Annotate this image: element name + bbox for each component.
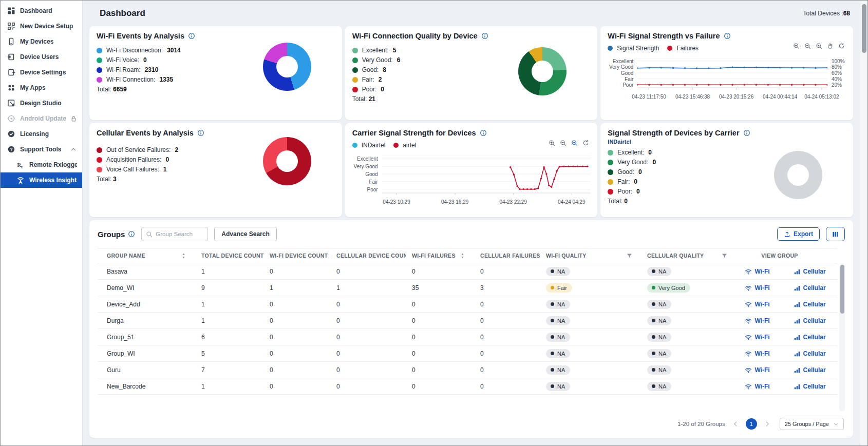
view-wifi-link[interactable]: Wi-Fi: [745, 284, 769, 292]
column-settings-button[interactable]: [826, 227, 845, 241]
table-row-durga: Durga10000NANAWi-FiCellular: [98, 313, 838, 329]
group-name: Group_WI: [98, 350, 195, 357]
view-wifi-link[interactable]: Wi-Fi: [745, 334, 769, 341]
chart-toolbar: [549, 140, 589, 146]
sidebar-item-device-settings[interactable]: Device Settings: [1, 65, 82, 80]
link-label: Wi-Fi: [754, 317, 769, 324]
card-title-text: Wi-Fi Signal Strength vs Failure: [608, 32, 720, 40]
view-wifi-link[interactable]: Wi-Fi: [745, 383, 769, 390]
legend-item: Fair: 2: [352, 76, 401, 83]
sidebar-item-wireless-insights[interactable]: Wireless Insights: [1, 172, 82, 188]
sidebar-item-my-apps[interactable]: My Apps: [1, 80, 82, 95]
info-icon[interactable]: [743, 129, 750, 137]
view-wifi-link[interactable]: Wi-Fi: [745, 317, 769, 324]
view-cellular-link[interactable]: Cellular: [794, 317, 826, 324]
card-title-text: Wi-Fi Events by Analysis: [97, 32, 184, 40]
sidebar-item-remote-rxlogger[interactable]: RxRemote Rxlogger: [1, 157, 82, 172]
view-cellular-link[interactable]: Cellular: [794, 268, 826, 275]
quality-text: Very Good: [658, 285, 685, 291]
info-icon[interactable]: [128, 230, 135, 238]
view-cellular-link[interactable]: Cellular: [794, 284, 826, 292]
cellular-failures: 0: [474, 317, 540, 324]
group-search-input[interactable]: [156, 231, 203, 237]
sidebar-item-label: Dashboard: [20, 7, 52, 14]
advance-search-button[interactable]: Advance Search: [214, 227, 276, 241]
page-number-button[interactable]: 1: [746, 418, 757, 430]
chart-legend: Excellent: 0Very Good: 0Good: 0Fair: 0Po…: [608, 149, 656, 195]
zoom-in-icon[interactable]: [793, 43, 800, 49]
wifi-quality-cell: NA: [540, 349, 641, 358]
view-cellular-link[interactable]: Cellular: [794, 366, 826, 374]
info-icon[interactable]: [724, 32, 731, 40]
sidebar-item-android-updates[interactable]: Android Updates: [1, 111, 82, 126]
bars-icon: [794, 317, 801, 324]
y-axis-label: Very Good: [353, 164, 378, 169]
cellular-device-count: 1: [330, 284, 406, 292]
view-cellular-link[interactable]: Cellular: [794, 301, 826, 308]
sort-icon[interactable]: [180, 253, 187, 259]
sidebar-item-new-device-setup[interactable]: New Device Setup: [1, 18, 82, 34]
zoom-select-icon[interactable]: [571, 140, 578, 146]
info-icon[interactable]: [197, 129, 204, 137]
group-name: Group_51: [98, 334, 195, 341]
page-scrollbar-thumb[interactable]: [862, 4, 866, 53]
table-scrollbar[interactable]: [839, 264, 845, 411]
sidebar-item-label: My Apps: [20, 84, 46, 91]
zoom-out-icon[interactable]: [804, 43, 811, 49]
zoom-out-icon[interactable]: [560, 140, 567, 146]
view-cellular-link[interactable]: Cellular: [794, 350, 826, 357]
view-wifi-link[interactable]: Wi-Fi: [745, 366, 769, 374]
legend-dot: [352, 67, 358, 73]
pan-icon[interactable]: [827, 43, 834, 49]
sidebar-item-label: Wireless Insights: [29, 177, 77, 184]
legend-item: Excellent: 5: [352, 47, 401, 54]
page-size-select[interactable]: 25 Groups / Page: [780, 418, 844, 430]
filter-icon[interactable]: [721, 253, 728, 259]
legend-label: Poor:: [617, 188, 632, 195]
chevron-right-icon[interactable]: [764, 420, 771, 428]
chevron-left-icon[interactable]: [732, 420, 739, 428]
filter-icon[interactable]: [626, 253, 633, 259]
reset-icon[interactable]: [838, 43, 845, 49]
info-icon[interactable]: [481, 32, 488, 40]
link-label: Wi-Fi: [754, 301, 769, 308]
view-wifi-link[interactable]: Wi-Fi: [745, 268, 769, 275]
legend-item: Good: 8: [352, 66, 401, 73]
sidebar-item-design-studio[interactable]: Design Studio: [1, 95, 82, 111]
chart-toolbar: [793, 43, 845, 49]
reset-icon[interactable]: [582, 140, 589, 146]
sidebar-item-dashboard[interactable]: Dashboard: [1, 3, 82, 18]
export-button[interactable]: Export: [777, 227, 820, 241]
view-wifi-link[interactable]: Wi-Fi: [745, 301, 769, 308]
info-icon[interactable]: [188, 32, 195, 40]
total-devices-value: 68: [843, 10, 850, 17]
sidebar-item-device-users[interactable]: Device Users: [1, 49, 82, 65]
zoom-select-icon[interactable]: [816, 43, 822, 49]
quality-dot: [652, 302, 655, 306]
legend-item: Acquisition Failures: 0: [97, 156, 178, 163]
legend-dot: [97, 77, 102, 83]
quality-badge: Very Good: [647, 283, 690, 293]
legend-item: Very Good: 0: [608, 159, 656, 166]
page-scrollbar[interactable]: [860, 1, 867, 445]
plot-area: [382, 155, 591, 196]
view-wifi-link[interactable]: Wi-Fi: [745, 350, 769, 357]
chevron-up-icon[interactable]: [70, 146, 77, 153]
donut-layout: Wi-Fi Disconnection: 3014Wi-Fi Voice: 0W…: [97, 40, 335, 93]
quality-badge: NA: [647, 349, 671, 358]
quality-dot: [652, 335, 655, 339]
info-icon[interactable]: [480, 129, 487, 137]
support-icon: ?: [7, 145, 15, 153]
legend-dot: [352, 143, 357, 148]
sidebar-item-my-devices[interactable]: My Devices: [1, 34, 82, 49]
quality-dot: [652, 269, 655, 273]
zoom-in-icon[interactable]: [549, 140, 555, 146]
sort-icon[interactable]: [459, 253, 466, 259]
sidebar-item-licensing[interactable]: Licensing: [1, 126, 82, 142]
table-scrollbar-thumb[interactable]: [840, 265, 844, 314]
sidebar-item-support-tools[interactable]: ?Support Tools: [1, 142, 82, 157]
view-cellular-link[interactable]: Cellular: [794, 334, 826, 341]
right-axis-label: 40%: [832, 76, 842, 82]
view-cellular-link[interactable]: Cellular: [794, 383, 826, 390]
table-row-group-wi: Group_WI50000NANAWi-FiCellular: [98, 345, 838, 362]
